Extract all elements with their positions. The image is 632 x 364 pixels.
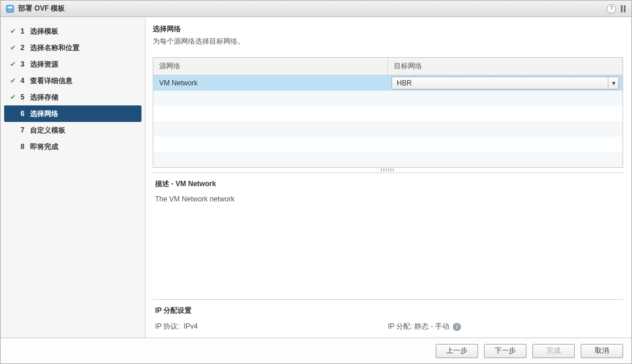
- wizard-footer: 上一步 下一步 完成 取消: [1, 337, 631, 363]
- step-customize-template[interactable]: 7 自定义模板: [1, 122, 145, 138]
- ovf-deploy-dialog: 部署 OVF 模板 ? ✔ 1 选择模板 ✔ 2 选择名称和位置 ✔ 3 选择资…: [0, 0, 632, 364]
- finish-button[interactable]: 完成: [532, 344, 575, 358]
- check-icon: ✔: [9, 60, 17, 68]
- wizard-sidebar: ✔ 1 选择模板 ✔ 2 选择名称和位置 ✔ 3 选择资源 ✔ 4 查看详细信息…: [1, 17, 146, 337]
- check-icon: ✔: [9, 93, 17, 101]
- page-heading: 选择网络: [153, 24, 623, 34]
- check-icon: ✔: [9, 27, 17, 35]
- ip-allocation-settings: IP 分配设置 IP 协议: IPv4 IP 分配: 静态 - 手动 i: [153, 299, 623, 337]
- col-target-network[interactable]: 目标网络: [388, 58, 623, 75]
- table-row: [153, 106, 623, 121]
- ip-settings-title: IP 分配设置: [155, 306, 621, 316]
- info-icon[interactable]: i: [453, 323, 461, 331]
- pin-icon[interactable]: [620, 5, 627, 13]
- table-row: [153, 152, 623, 167]
- description-text: The VM Network network: [155, 195, 621, 203]
- step-ready-complete: 8 即将完成: [1, 138, 145, 155]
- help-icon[interactable]: ?: [607, 4, 616, 14]
- step-select-resource[interactable]: ✔ 3 选择资源: [1, 56, 145, 72]
- table-row[interactable]: VM Network HBR ▾: [153, 75, 623, 91]
- check-icon: ✔: [9, 77, 17, 85]
- ip-protocol: IP 协议: IPv4: [155, 322, 388, 332]
- network-description: 描述 - VM Network The VM Network network: [153, 173, 623, 203]
- table-row: [153, 121, 623, 137]
- step-select-template[interactable]: ✔ 1 选择模板: [1, 23, 145, 39]
- col-source-network[interactable]: 源网络: [153, 58, 388, 75]
- back-button[interactable]: 上一步: [436, 344, 478, 358]
- next-button[interactable]: 下一步: [484, 344, 526, 358]
- step-select-name-location[interactable]: ✔ 2 选择名称和位置: [1, 39, 145, 56]
- svg-rect-1: [8, 6, 12, 8]
- chevron-down-icon: ▾: [608, 77, 618, 89]
- cancel-button[interactable]: 取消: [581, 344, 623, 358]
- table-row: [153, 137, 623, 152]
- dropdown-value: HBR: [392, 79, 608, 87]
- step-review-details[interactable]: ✔ 4 查看详细信息: [1, 72, 145, 89]
- wizard-content: 选择网络 为每个源网络选择目标网络。 源网络 目标网络 VM Network H…: [146, 17, 631, 337]
- page-subheading: 为每个源网络选择目标网络。: [153, 37, 623, 47]
- table-row: [153, 91, 623, 106]
- dialog-title: 部署 OVF 模板: [18, 4, 65, 14]
- network-mapping-table: 源网络 目标网络 VM Network HBR ▾: [153, 57, 623, 168]
- description-title: 描述 - VM Network: [155, 179, 621, 189]
- splitter[interactable]: [153, 168, 623, 173]
- target-network-dropdown[interactable]: HBR ▾: [391, 77, 619, 90]
- step-select-networks[interactable]: ✔ 6 选择网络: [4, 105, 141, 122]
- ip-allocation: IP 分配: 静态 - 手动 i: [388, 322, 621, 332]
- titlebar: 部署 OVF 模板 ?: [1, 1, 631, 17]
- grip-icon: [381, 168, 395, 171]
- check-icon: ✔: [9, 44, 17, 52]
- ovf-icon: [5, 4, 15, 14]
- svg-rect-0: [6, 5, 14, 12]
- step-select-storage[interactable]: ✔ 5 选择存储: [1, 89, 145, 105]
- source-network-cell: VM Network: [153, 79, 388, 87]
